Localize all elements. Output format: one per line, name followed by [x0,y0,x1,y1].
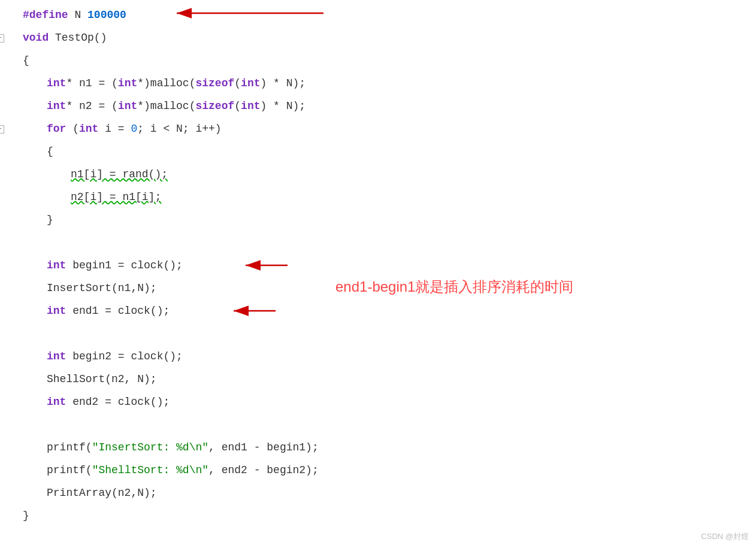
token: #define [23,7,68,24]
line-content: int begin1 = clock(); [42,257,756,274]
token: { [23,52,29,69]
line-content: printf("InsertSort: %d\n", end1 - begin1… [42,439,756,456]
code-line: int* n1 = (int*)malloc(sizeof(int) * N); [0,74,756,97]
line-content: int begin2 = clock(); [42,348,756,365]
token: 0 [131,120,137,138]
token: int [47,302,66,320]
token: ; i < N; i++) [137,120,221,138]
token: ( [234,75,241,92]
token: { [47,143,53,161]
token: begin1 = clock(); [66,257,182,274]
code-line: printf("InsertSort: %d\n", end1 - begin1… [0,438,756,461]
token: begin2 = clock(); [66,348,182,365]
line-content: int end1 = clock(); [42,302,756,320]
token: PrintArray(n2,N); [47,485,157,502]
watermark: CSDN @封煜 [701,531,749,543]
token: 100000 [87,7,126,24]
line-content: { [42,143,756,161]
token: int [47,257,66,274]
token: } [47,211,53,229]
token: int [118,75,137,92]
code-line: int end2 = clock(); [0,393,756,416]
code-line: } [0,211,756,234]
code-line: int begin2 = clock(); [0,347,756,370]
token: printf( [47,462,92,479]
token: N [68,7,87,24]
code-line: n2[i] = n1[i]; [0,188,756,211]
token: for [47,120,66,138]
token: InsertSort(n1,N); [47,280,157,297]
token: int [47,75,66,92]
collapse-icon[interactable]: - [0,125,4,134]
token: "ShelltSort: %d\n" [92,462,208,479]
code-line: } [0,507,756,529]
code-editor: #define N 100000-void TestOp(){int* n1 =… [0,0,756,535]
code-line: -void TestOp() [0,29,756,52]
token: ( [234,98,241,115]
code-line: InsertSort(n1,N); [0,279,756,302]
line-content: int* n2 = (int*)malloc(sizeof(int) * N); [42,98,756,115]
token: void [23,29,49,47]
line-content: ShellSort(n2, N); [42,371,756,388]
token: TestOp() [49,29,107,47]
token: int [47,98,66,115]
token: ShellSort(n2, N); [47,371,157,388]
token: sizeof [195,75,234,92]
line-content: void TestOp() [18,29,756,47]
token: int [118,98,137,115]
code-line: { [0,52,756,74]
code-line: int begin1 = clock(); [0,256,756,279]
token: int [241,98,260,115]
code-line: ShellSort(n2, N); [0,370,756,393]
line-content: int end2 = clock(); [42,393,756,411]
code-line: { [0,143,756,165]
code-line [0,325,756,347]
line-content: n1[i] = rand(); [66,166,756,183]
code-line: PrintArray(n2,N); [0,484,756,507]
token: ) * N); [260,75,306,92]
line-content: } [42,211,756,229]
code-line: printf("ShelltSort: %d\n", end2 - begin2… [0,461,756,484]
line-content: InsertSort(n1,N); [42,280,756,297]
line-content: { [18,52,756,69]
line-content: PrintArray(n2,N); [42,485,756,502]
token: n2[i] = n1[i]; [71,189,161,206]
token: *)malloc( [137,75,195,92]
token: , end1 - begin1); [208,439,319,456]
line-content: n2[i] = n1[i]; [66,189,756,206]
line-content: #define N 100000 [18,7,756,24]
token: ) * N); [260,98,306,115]
token: i = [98,120,131,138]
collapse-icon[interactable]: - [0,34,4,43]
token: * n1 = ( [66,75,117,92]
token: , end2 - begin2); [208,462,319,479]
code-line: #define N 100000 [0,6,756,29]
token: * n2 = ( [66,98,117,115]
line-content: } [18,507,756,525]
token: int [79,120,98,138]
line-content: for (int i = 0; i < N; i++) [42,120,756,138]
code-line: n1[i] = rand(); [0,165,756,188]
token: int [47,393,66,411]
token: printf( [47,439,92,456]
token: sizeof [195,98,234,115]
token: end2 = clock(); [66,393,170,411]
line-content: printf("ShelltSort: %d\n", end2 - begin2… [42,462,756,479]
token: } [23,507,29,525]
token: "InsertSort: %d\n" [92,439,208,456]
code-line: int end1 = clock(); [0,302,756,325]
line-content: int* n1 = (int*)malloc(sizeof(int) * N); [42,75,756,92]
token: n1[i] = rand(); [71,166,168,183]
code-line [0,416,756,438]
token: int [241,75,260,92]
code-line: -for (int i = 0; i < N; i++) [0,120,756,143]
token: end1 = clock(); [66,302,170,320]
token: ( [66,120,79,138]
code-line [0,234,756,256]
token: int [47,348,66,365]
token: *)malloc( [137,98,195,115]
code-line: int* n2 = (int*)malloc(sizeof(int) * N); [0,97,756,120]
